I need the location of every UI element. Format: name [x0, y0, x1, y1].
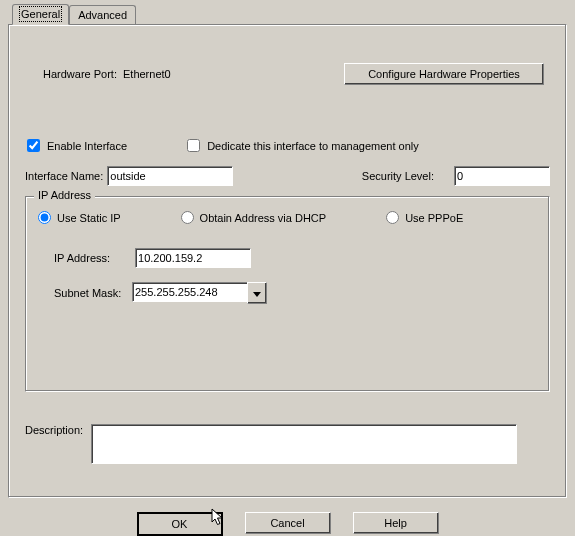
ip-address-group-title: IP Address [34, 189, 95, 201]
tab-advanced[interactable]: Advanced [69, 5, 136, 24]
dialog-button-bar: OK Cancel Help [0, 512, 575, 536]
use-pppoe-input[interactable] [386, 211, 399, 224]
ip-address-input[interactable] [135, 248, 251, 268]
dedicate-management-checkbox[interactable]: Dedicate this interface to management on… [187, 139, 419, 152]
ip-address-group: IP Address Use Static IP Obtain Address … [25, 196, 550, 392]
subnet-mask-combo[interactable] [132, 282, 267, 304]
use-static-ip-radio[interactable]: Use Static IP [38, 211, 121, 224]
dedicate-management-input[interactable] [187, 139, 200, 152]
ok-button[interactable]: OK [137, 512, 223, 536]
description-label: Description: [25, 424, 83, 436]
use-static-ip-label: Use Static IP [57, 212, 121, 224]
tab-general[interactable]: General [12, 4, 69, 25]
security-level-input[interactable] [454, 166, 550, 186]
hardware-port-value: Ethernet0 [123, 68, 171, 80]
cancel-button[interactable]: Cancel [245, 512, 331, 534]
configure-hardware-button[interactable]: Configure Hardware Properties [344, 63, 544, 85]
enable-interface-label: Enable Interface [47, 140, 127, 152]
ip-address-label: IP Address: [54, 252, 132, 264]
obtain-dhcp-label: Obtain Address via DHCP [200, 212, 327, 224]
general-panel: Hardware Port: Ethernet0 Configure Hardw… [8, 24, 567, 498]
chevron-down-icon [253, 287, 261, 299]
obtain-dhcp-input[interactable] [181, 211, 194, 224]
hardware-port-label: Hardware Port: [43, 68, 117, 80]
dedicate-management-label: Dedicate this interface to management on… [207, 140, 419, 152]
interface-name-input[interactable] [107, 166, 233, 186]
use-pppoe-label: Use PPPoE [405, 212, 463, 224]
use-pppoe-radio[interactable]: Use PPPoE [386, 211, 463, 224]
security-level-label: Security Level: [282, 170, 434, 182]
use-static-ip-input[interactable] [38, 211, 51, 224]
tab-bar: GeneralAdvanced [12, 4, 575, 24]
enable-interface-checkbox[interactable]: Enable Interface [27, 139, 127, 152]
help-button[interactable]: Help [353, 512, 439, 534]
subnet-mask-input[interactable] [132, 282, 247, 302]
obtain-dhcp-radio[interactable]: Obtain Address via DHCP [181, 211, 327, 224]
subnet-mask-label: Subnet Mask: [54, 287, 132, 299]
description-input[interactable] [91, 424, 517, 464]
subnet-mask-dropdown-button[interactable] [247, 282, 267, 304]
enable-interface-input[interactable] [27, 139, 40, 152]
interface-name-label: Interface Name: [25, 170, 103, 182]
